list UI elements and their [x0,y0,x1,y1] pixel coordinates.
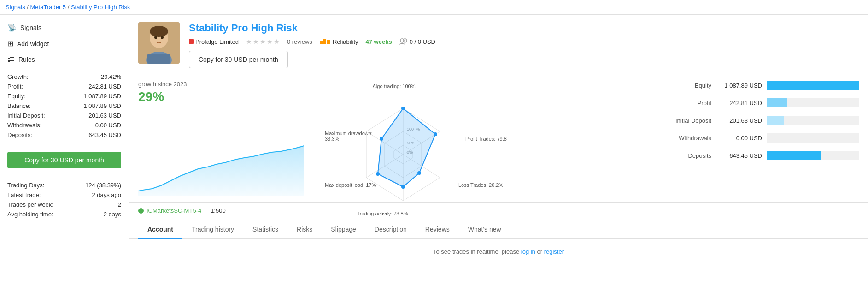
sidebar-add-widget-label: Add widget [17,40,49,48]
connection-name: ICMarketsSC-MT5-4 [147,207,201,214]
sidebar-rules-label: Rules [18,56,35,63]
tab-content-area: To see trades in realtime, please log in… [129,239,868,264]
sidebar-stats: Growth: 29.42% Profit: 242.81 USD Equity… [0,67,129,144]
stat-row-trading-days: Trading Days: 124 (38.39%) [7,180,121,190]
breadcrumb-signals[interactable]: Signals [6,4,25,11]
stat-row-withdrawals: Withdrawals: 0.00 USD [7,120,121,130]
stat-row-profit: Profit: 242.81 USD [7,82,121,91]
trades-per-week-label: Trades per week: [7,201,53,208]
equity-bar-fill-equity [767,81,859,90]
radar-svg: Algo trading: 100% Profit Trades: 79.8% … [323,81,507,219]
svg-point-28 [417,171,421,175]
sidebar-item-add-widget[interactable]: ⊞ Add widget [0,36,129,52]
equity-bar-container-equity [767,81,859,90]
rel-bar-3 [327,40,330,44]
stat-row-trades-per-week: Trades per week: 2 [7,200,121,209]
trades-per-week-value: 2 [118,201,121,208]
sidebar-signals-label: Signals [20,24,41,31]
svg-marker-25 [378,108,435,187]
svg-text:Maximum drawdown:: Maximum drawdown: [325,131,373,136]
stat-row-avg-holding: Avg holding time: 2 days [7,209,121,219]
equity-bar-fill-initial [767,116,784,125]
growth-percent: 29% [138,89,313,104]
add-widget-icon: ⊞ [7,39,13,48]
tab-slippage[interactable]: Slippage [322,221,365,239]
tab-reviews[interactable]: Reviews [416,221,459,239]
star-5: ★ [274,38,280,45]
tabs-bar: Account Trading history Statistics Risks… [129,221,868,239]
provider-name: Profalgo Limited [195,38,239,45]
tab-trading-history[interactable]: Trading history [182,221,243,239]
svg-point-26 [401,107,405,110]
equity-bar-value-deposits: 643.45 USD [716,152,762,159]
equity-bar-container-deposits [767,151,859,160]
connection-badge: ICMarketsSC-MT5-4 [138,207,201,214]
subscribers-icon [399,38,408,45]
withdrawals-value: 0.00 USD [95,122,121,129]
svg-text:Profit Trades: 79.8%: Profit Trades: 79.8% [465,136,507,142]
svg-point-29 [401,185,405,189]
tab-whats-new[interactable]: What's new [459,221,510,239]
signal-info: Stability Pro High Risk Profalgo Limited… [189,22,859,68]
initial-deposit-value: 201.63 USD [88,112,121,119]
trading-days-label: Trading Days: [7,182,44,189]
equity-bar-container-profit [767,98,859,107]
equity-row-initial-deposit: Initial Deposit 201.63 USD [516,116,859,125]
equity-bar-fill-profit [767,98,787,107]
equity-row-deposits: Deposits 643.45 USD [516,151,859,160]
profit-value: 242.81 USD [88,83,121,90]
svg-point-31 [380,137,383,141]
svg-text:Loss Trades: 20.2%: Loss Trades: 20.2% [458,182,503,188]
chart-section: growth since 2023 29% [129,76,868,202]
provider-dot [189,39,194,44]
signal-title: Stability Pro High Risk [189,22,859,34]
rel-bar-2 [323,39,326,44]
sidebar-item-signals[interactable]: 📡 Signals [0,19,129,36]
svg-point-27 [434,132,437,136]
breadcrumb-metatrader[interactable]: MetaTrader 5 [30,4,66,11]
sidebar-item-rules[interactable]: 🏷 Rules [0,52,129,67]
tab-description[interactable]: Description [365,221,416,239]
avatar [138,22,180,64]
growth-value: 29.42% [101,73,121,80]
stat-row-balance: Balance: 1 087.89 USD [7,101,121,111]
star-2: ★ [253,38,259,45]
login-link[interactable]: log in [521,248,535,255]
equity-row-profit: Profit 242.81 USD [516,98,859,107]
equity-bar-label-profit: Profit [661,100,711,107]
equity-bar-value-initial: 201.63 USD [716,117,762,124]
equity-bar-label-deposits: Deposits [661,152,711,159]
radar-chart: Algo trading: 100% Profit Trades: 79.8% … [323,81,498,182]
equity-bar-label-equity: Equity [661,82,711,89]
stat-row-initial-deposit: Initial Deposit: 201.63 USD [7,111,121,120]
copy-button-sidebar[interactable]: Copy for 30 USD per month [7,152,121,168]
signal-header: Stability Pro High Risk Profalgo Limited… [129,15,868,76]
breadcrumb-signal-name[interactable]: Stability Pro High Risk [71,4,130,11]
equity-row-withdrawals: Withdrawals 0.00 USD [516,133,859,143]
tab-statistics[interactable]: Statistics [243,221,287,239]
realtime-message: To see trades in realtime, please [433,248,521,255]
star-3: ★ [260,38,266,45]
weeks-label: 47 weeks [366,38,392,45]
svg-text:33.3%: 33.3% [325,136,339,142]
balance-label: Balance: [7,102,31,109]
growth-chart-svg [138,108,304,196]
svg-text:Algo trading: 100%: Algo trading: 100% [373,83,416,89]
register-link[interactable]: register [544,248,564,255]
svg-point-6 [161,36,164,39]
reliability-bars [320,39,330,44]
tab-risks[interactable]: Risks [287,221,322,239]
equity-bar-value-withdrawals: 0.00 USD [716,135,762,142]
equity-bars: Equity 1 087.89 USD Profit 242.81 USD In… [507,81,859,197]
tab-account[interactable]: Account [138,221,182,239]
signal-meta: Profalgo Limited ★ ★ ★ ★ ★ 0 reviews [189,38,859,45]
sidebar: 📡 Signals ⊞ Add widget 🏷 Rules Growth: 2… [0,15,129,264]
avg-holding-value: 2 days [104,211,121,218]
or-text: or [537,248,544,255]
balance-value: 1 087.89 USD [83,102,121,109]
copy-button-header[interactable]: Copy for 30 USD per month [189,51,288,68]
equity-label: Equity: [7,93,26,100]
stat-row-latest-trade: Latest trade: 2 days ago [7,190,121,200]
stat-row-equity: Equity: 1 087.89 USD [7,91,121,101]
latest-trade-label: Latest trade: [7,191,41,198]
